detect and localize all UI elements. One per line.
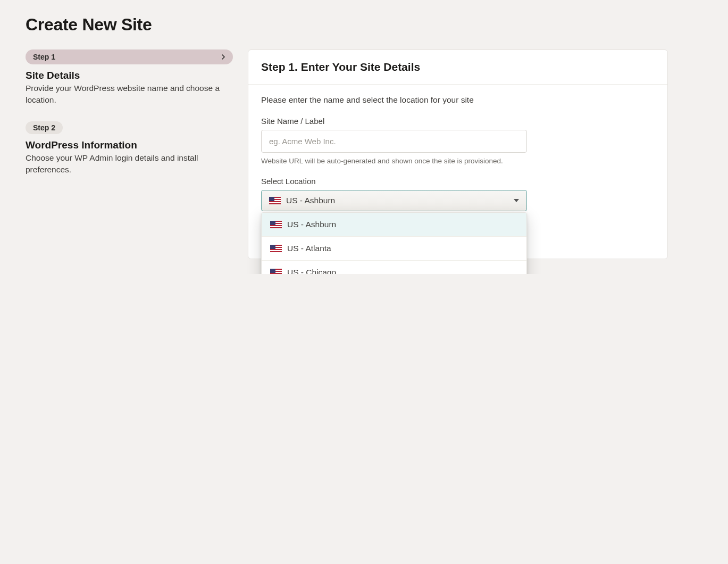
location-selected-text: US - Ashburn: [286, 196, 335, 205]
site-name-field: Site Name / Label Website URL will be au…: [261, 117, 655, 165]
location-select[interactable]: US - Ashburn: [261, 190, 527, 211]
location-option-label: US - Ashburn: [287, 220, 336, 229]
location-label: Select Location: [261, 177, 655, 186]
steps-sidebar: Step 1 Site Details Provide your WordPre…: [26, 49, 233, 191]
step-2-block: Step 2 WordPress Information Choose your…: [26, 121, 233, 176]
location-option[interactable]: US - Chicago: [262, 260, 526, 274]
step-1-block: Step 1 Site Details Provide your WordPre…: [26, 49, 233, 106]
caret-down-icon: [514, 199, 519, 202]
step-1-desc: Provide your WordPress website name and …: [26, 82, 233, 106]
chevron-right-icon: [218, 52, 229, 62]
location-option[interactable]: US - Atlanta: [262, 236, 526, 260]
site-name-helper: Website URL will be auto-generated and s…: [261, 157, 655, 165]
us-flag-icon: [270, 221, 282, 228]
us-flag-icon: [269, 197, 281, 204]
location-option[interactable]: US - Ashburn: [262, 213, 526, 236]
location-dropdown: US - AshburnUS - AtlantaUS - ChicagoUS -…: [261, 212, 527, 274]
site-name-input[interactable]: [261, 130, 527, 153]
location-field: Select Location US - Ashburn US - Ashbur…: [261, 177, 655, 211]
step-1-heading: Site Details: [26, 70, 233, 81]
location-option-label: US - Atlanta: [287, 244, 331, 253]
step-2-heading: WordPress Information: [26, 139, 233, 151]
us-flag-icon: [270, 245, 282, 252]
step-2-pill[interactable]: Step 2: [26, 121, 63, 134]
form-card-header: Step 1. Enter Your Site Details: [248, 50, 667, 85]
page-title: Create New Site: [26, 15, 702, 35]
step-1-pill[interactable]: Step 1: [26, 49, 233, 64]
location-option-label: US - Chicago: [287, 268, 336, 274]
step-2-desc: Choose your WP Admin login details and i…: [26, 152, 233, 176]
step-1-pill-label: Step 1: [33, 53, 55, 61]
site-name-label: Site Name / Label: [261, 117, 655, 126]
us-flag-icon: [270, 269, 282, 274]
form-intro: Please enter the name and select the loc…: [261, 95, 655, 105]
form-card: Step 1. Enter Your Site Details Please e…: [248, 49, 668, 259]
form-heading: Step 1. Enter Your Site Details: [261, 61, 655, 73]
step-2-pill-label: Step 2: [33, 123, 55, 132]
